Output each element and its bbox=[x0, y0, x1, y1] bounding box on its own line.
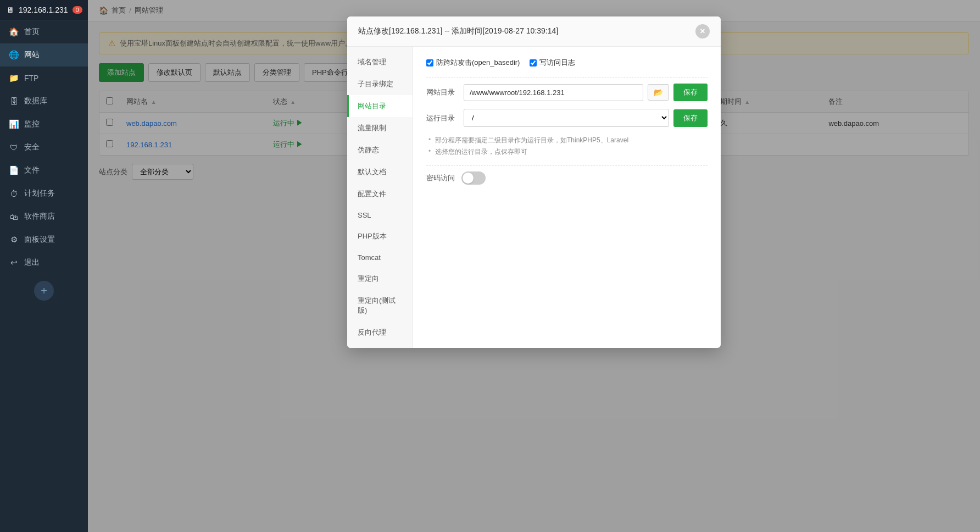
notification-badge: 0 bbox=[73, 6, 82, 14]
tab-reverse-proxy[interactable]: 反向代理 bbox=[347, 322, 413, 343]
modal-overlay: 站点修改[192.168.1.231] -- 添加时间[2019-08-27 1… bbox=[88, 0, 980, 532]
sidebar-item-label: 退出 bbox=[24, 258, 40, 268]
website-dir-row: 网站目录 📂 保存 bbox=[426, 84, 708, 101]
hint-item: 选择您的运行目录，点保存即可 bbox=[428, 146, 708, 158]
sidebar-item-home[interactable]: 🏠 首页 bbox=[0, 20, 88, 43]
schedule-icon: ⏱ bbox=[9, 189, 19, 198]
access-log-checkbox[interactable] bbox=[530, 59, 537, 66]
access-log-label: 写访问日志 bbox=[539, 58, 575, 68]
website-icon: 🌐 bbox=[9, 50, 19, 60]
sidebar-item-logout[interactable]: ↩ 退出 bbox=[0, 251, 88, 274]
open-basedir-checkbox[interactable] bbox=[426, 59, 433, 66]
sidebar-item-ftp[interactable]: 📁 FTP bbox=[0, 66, 88, 90]
tab-pseudo-static[interactable]: 伪静态 bbox=[347, 139, 413, 161]
logout-icon: ↩ bbox=[9, 258, 19, 268]
password-access-toggle[interactable] bbox=[461, 171, 486, 185]
password-access-label: 密码访问 bbox=[426, 173, 455, 183]
run-dir-row: 运行目录 / 保存 bbox=[426, 109, 708, 127]
sidebar-item-label: 首页 bbox=[24, 27, 40, 37]
modal-panel: 防跨站攻击(open_basedir) 写访问日志 网站目录 bbox=[413, 47, 721, 348]
checkbox-access-log[interactable]: 写访问日志 bbox=[530, 58, 575, 68]
modal-title: 站点修改[192.168.1.231] -- 添加时间[2019-08-27 1… bbox=[358, 26, 558, 36]
tab-redirect-beta[interactable]: 重定向(测试版) bbox=[347, 290, 413, 322]
sidebar-item-monitor[interactable]: 📊 监控 bbox=[0, 113, 88, 136]
sidebar-item-label: 计划任务 bbox=[24, 189, 55, 198]
sidebar-item-schedule[interactable]: ⏱ 计划任务 bbox=[0, 182, 88, 205]
modal-close-button[interactable]: × bbox=[695, 24, 710, 38]
modal-body: 域名管理 子目录绑定 网站目录 流量限制 伪静态 默认文档 配置文件 SSL P… bbox=[347, 47, 721, 348]
open-basedir-label: 防跨站攻击(open_basedir) bbox=[436, 58, 520, 68]
modal-dialog: 站点修改[192.168.1.231] -- 添加时间[2019-08-27 1… bbox=[347, 16, 721, 348]
sidebar-item-label: 网站 bbox=[24, 50, 40, 60]
ftp-icon: 📁 bbox=[9, 73, 19, 83]
database-icon: 🗄 bbox=[9, 97, 19, 106]
main-content: 🏠 首页 / 网站管理 ⚠ 使用宝塔Linux面板创建站点时会自动创建权限配置，… bbox=[88, 0, 980, 532]
panel-icon: ⚙ bbox=[9, 235, 19, 245]
server-label: 192.168.1.231 bbox=[19, 5, 68, 14]
sidebar-item-files[interactable]: 📄 文件 bbox=[0, 159, 88, 182]
tab-domain[interactable]: 域名管理 bbox=[347, 51, 413, 73]
run-dir-label: 运行目录 bbox=[426, 113, 459, 123]
sidebar-item-label: 文件 bbox=[24, 165, 40, 175]
sidebar-item-label: 软件商店 bbox=[24, 212, 55, 221]
divider bbox=[426, 77, 708, 78]
sidebar-item-label: 面板设置 bbox=[24, 235, 55, 245]
sidebar-item-security[interactable]: 🛡 安全 bbox=[0, 136, 88, 159]
tab-redirect[interactable]: 重定向 bbox=[347, 268, 413, 290]
browse-dir-button[interactable]: 📂 bbox=[648, 84, 669, 101]
server-icon: 🖥 bbox=[7, 5, 14, 14]
add-button[interactable]: + bbox=[34, 281, 54, 301]
sidebar-item-panel[interactable]: ⚙ 面板设置 bbox=[0, 228, 88, 251]
sidebar-header: 🖥 192.168.1.231 0 bbox=[0, 0, 88, 20]
save-website-dir-button[interactable]: 保存 bbox=[673, 84, 708, 101]
checkbox-row: 防跨站攻击(open_basedir) 写访问日志 bbox=[426, 58, 708, 68]
modal-header: 站点修改[192.168.1.231] -- 添加时间[2019-08-27 1… bbox=[347, 16, 721, 47]
security-icon: 🛡 bbox=[9, 143, 19, 152]
checkbox-open-basedir[interactable]: 防跨站攻击(open_basedir) bbox=[426, 58, 520, 68]
sidebar-item-label: FTP bbox=[24, 74, 38, 82]
sidebar-item-website[interactable]: 🌐 网站 bbox=[0, 43, 88, 66]
sidebar: 🖥 192.168.1.231 0 🏠 首页 🌐 网站 📁 FTP 🗄 数据库 … bbox=[0, 0, 88, 532]
divider2 bbox=[426, 165, 708, 166]
modal-tabs: 域名管理 子目录绑定 网站目录 流量限制 伪静态 默认文档 配置文件 SSL P… bbox=[347, 47, 413, 348]
tab-subdir[interactable]: 子目录绑定 bbox=[347, 73, 413, 95]
checkboxes-group: 防跨站攻击(open_basedir) 写访问日志 bbox=[426, 58, 575, 68]
sidebar-item-label: 安全 bbox=[24, 142, 40, 152]
tab-tomcat[interactable]: Tomcat bbox=[347, 247, 413, 268]
tab-website-dir[interactable]: 网站目录 bbox=[347, 95, 413, 117]
tab-php-version[interactable]: PHP版本 bbox=[347, 225, 413, 247]
hints-list: 部分程序需要指定二级目录作为运行目录，如ThinkPHP5、Laravel 选择… bbox=[426, 135, 708, 158]
tab-default-doc[interactable]: 默认文档 bbox=[347, 161, 413, 183]
website-dir-label: 网站目录 bbox=[426, 87, 459, 97]
run-dir-select[interactable]: / bbox=[464, 109, 669, 127]
monitor-icon: 📊 bbox=[9, 119, 19, 129]
sidebar-item-store[interactable]: 🛍 软件商店 bbox=[0, 205, 88, 228]
store-icon: 🛍 bbox=[9, 212, 19, 221]
files-icon: 📄 bbox=[9, 165, 19, 175]
sidebar-item-database[interactable]: 🗄 数据库 bbox=[0, 90, 88, 113]
tab-ssl[interactable]: SSL bbox=[347, 205, 413, 225]
sidebar-item-label: 监控 bbox=[24, 119, 40, 129]
sidebar-item-label: 数据库 bbox=[24, 96, 47, 106]
tab-config-file[interactable]: 配置文件 bbox=[347, 183, 413, 205]
website-dir-input[interactable] bbox=[464, 84, 643, 101]
save-run-dir-button[interactable]: 保存 bbox=[673, 109, 708, 127]
hint-item: 部分程序需要指定二级目录作为运行目录，如ThinkPHP5、Laravel bbox=[428, 135, 708, 146]
home-icon: 🏠 bbox=[9, 27, 19, 37]
tab-traffic[interactable]: 流量限制 bbox=[347, 117, 413, 139]
password-access-row: 密码访问 bbox=[426, 171, 708, 185]
